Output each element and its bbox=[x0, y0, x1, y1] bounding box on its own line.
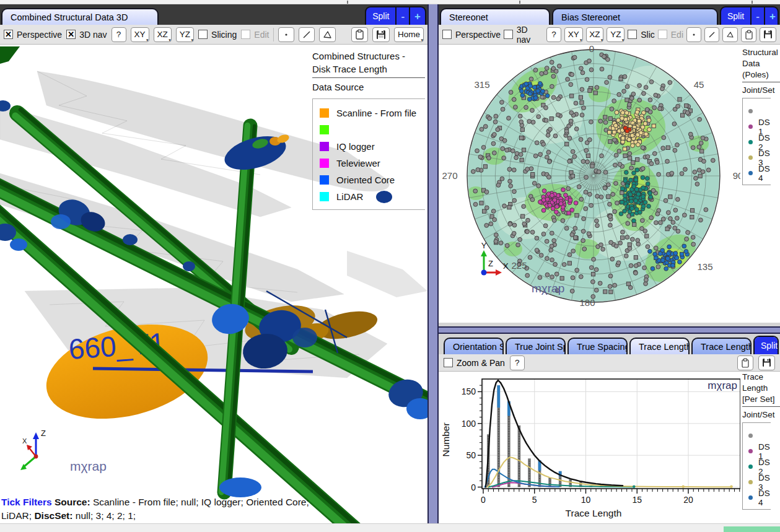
yz-view-button[interactable]: YZ▾ bbox=[607, 27, 624, 42]
legend-items: DS 1DS 2DS 3DS 4 bbox=[742, 422, 771, 510]
save-icon bbox=[762, 358, 771, 367]
maximize-panel-button[interactable]: + bbox=[765, 7, 779, 25]
tab-label: Bias Stereonet bbox=[561, 12, 620, 22]
legend-item[interactable]: Oriented Core bbox=[320, 172, 425, 188]
legend-item[interactable]: LiDAR bbox=[320, 188, 425, 205]
help-button[interactable]: ? bbox=[510, 355, 525, 370]
copy-to-clipboard-button[interactable] bbox=[737, 355, 753, 370]
split-button[interactable]: Split bbox=[755, 337, 779, 354]
legend-item[interactable]: DS 2 bbox=[748, 134, 771, 150]
slicing-checkbox[interactable]: Slic bbox=[628, 30, 655, 40]
legend-item[interactable]: DS 2 bbox=[748, 459, 771, 474]
dropdown-caret-icon: ▾ bbox=[169, 38, 171, 43]
save-icon bbox=[763, 30, 773, 39]
checkbox-box[interactable] bbox=[442, 30, 452, 39]
tab-bottom-1[interactable]: True Joint Sp bbox=[506, 338, 566, 354]
yz-view-button[interactable]: YZ▾ bbox=[176, 27, 194, 42]
legend-swatch bbox=[320, 125, 329, 134]
help-button[interactable]: ? bbox=[546, 27, 561, 42]
3d-nav-checkbox[interactable]: ✕ 3D nav bbox=[66, 30, 107, 40]
tab-bottom-3[interactable]: Trace Length bbox=[629, 338, 690, 354]
line-select-tool-button[interactable] bbox=[299, 27, 315, 42]
minimize-panel-button[interactable]: - bbox=[752, 7, 764, 25]
edit-checkbox: Edit bbox=[241, 30, 269, 40]
tab-bottom-4[interactable]: Trace Length bbox=[691, 338, 752, 354]
horizontal-panel-splitter[interactable] bbox=[439, 326, 780, 334]
tab-label: Stereonet bbox=[449, 12, 488, 22]
copy-to-clipboard-button[interactable] bbox=[351, 27, 368, 42]
minimize-panel-button[interactable]: - bbox=[397, 7, 409, 25]
legend-item[interactable]: IQ logger bbox=[320, 138, 425, 155]
svg-text:20: 20 bbox=[683, 495, 693, 505]
legend-item[interactable]: DS 4 bbox=[748, 490, 771, 505]
home-view-button[interactable]: Home▾ bbox=[394, 27, 424, 42]
legend-swatch bbox=[320, 142, 329, 151]
button-label: YZ bbox=[180, 30, 190, 39]
zoom-pan-checkbox[interactable]: Zoom & Pan bbox=[444, 358, 505, 368]
vertical-panel-splitter[interactable] bbox=[427, 4, 439, 523]
xy-view-button[interactable]: XY▾ bbox=[564, 27, 583, 42]
maximize-panel-button[interactable]: + bbox=[410, 7, 425, 25]
legend-item[interactable] bbox=[748, 428, 771, 443]
perspective-checkbox[interactable]: Perspective bbox=[442, 30, 501, 40]
legend-item[interactable]: DS 4 bbox=[748, 165, 771, 181]
legend-dot bbox=[748, 480, 753, 484]
left-tab-bar: Combined Structural Data 3D Split - + bbox=[0, 4, 427, 25]
tab-stereonet-1[interactable]: Bias Stereonet bbox=[552, 8, 718, 25]
stereonet-viewport[interactable]: 04590135180225270315YZXmχrap StructuralD… bbox=[439, 45, 780, 323]
3d-scene-viewport[interactable]: 660_T1 bbox=[0, 45, 427, 523]
save-button[interactable] bbox=[760, 27, 776, 42]
svg-text:mχrap: mχrap bbox=[532, 282, 564, 295]
polygon-select-tool-button[interactable] bbox=[319, 27, 336, 42]
split-button[interactable]: Split bbox=[366, 7, 395, 25]
checkbox-box[interactable]: ✕ bbox=[4, 30, 13, 39]
checkbox-label: Perspective bbox=[17, 30, 62, 40]
legend-item[interactable] bbox=[320, 121, 425, 138]
legend-item[interactable]: DS 3 bbox=[748, 474, 771, 490]
tab-bottom-2[interactable]: True Spacing bbox=[567, 338, 628, 354]
xz-view-button[interactable]: XZ▾ bbox=[586, 27, 604, 42]
checkbox-box[interactable] bbox=[628, 30, 637, 39]
svg-text:15: 15 bbox=[632, 495, 642, 505]
tab-label: Trace Length bbox=[701, 342, 752, 352]
help-button[interactable]: ? bbox=[112, 27, 126, 42]
xy-view-button[interactable]: XY▾ bbox=[131, 27, 149, 42]
point-select-tool-button[interactable] bbox=[686, 27, 701, 42]
legend-item[interactable]: DS 1 bbox=[748, 119, 771, 134]
legend-item[interactable]: DS 3 bbox=[748, 150, 771, 165]
line-select-tool-button[interactable] bbox=[704, 27, 719, 42]
checkbox-box[interactable]: ✕ bbox=[66, 30, 76, 39]
xz-view-button[interactable]: XZ▾ bbox=[154, 27, 172, 42]
legend-item[interactable]: Televiewer bbox=[320, 155, 425, 172]
point-select-tool-button[interactable] bbox=[278, 27, 294, 42]
trace-length-chart-viewport[interactable]: 05101520050100150Trace LengthNumbermχrap… bbox=[439, 372, 780, 523]
svg-text:50: 50 bbox=[466, 450, 476, 460]
tab-bottom-0[interactable]: Orientation S bbox=[444, 338, 504, 354]
copy-to-clipboard-button[interactable] bbox=[741, 27, 757, 42]
legend-item[interactable]: DS 1 bbox=[748, 443, 771, 459]
bottom-toolbar: Zoom & Pan ? bbox=[439, 354, 780, 372]
clipboard-icon bbox=[745, 30, 753, 40]
stereonet-legend: StructuralData(Poles) Joint/Set DS 1DS 2… bbox=[740, 47, 780, 323]
clipboard-icon bbox=[355, 29, 364, 40]
tab-stereonet-0[interactable]: Stereonet bbox=[440, 8, 550, 25]
svg-text:10: 10 bbox=[581, 495, 591, 505]
legend-title-line: [Per Set] bbox=[742, 394, 780, 405]
3d-nav-checkbox[interactable]: 3D nav bbox=[504, 25, 543, 45]
tab-combined-structural-data-3d[interactable]: Combined Structural Data 3D bbox=[1, 8, 159, 25]
split-button[interactable]: Split bbox=[721, 7, 750, 25]
save-button[interactable] bbox=[758, 355, 775, 370]
checkbox-box[interactable] bbox=[198, 30, 208, 39]
slicing-checkbox[interactable]: Slicing bbox=[198, 30, 237, 40]
polygon-select-tool-button[interactable] bbox=[722, 27, 738, 42]
y-axis-label: Number bbox=[440, 422, 451, 456]
legend-item[interactable] bbox=[748, 103, 771, 119]
checkbox-box[interactable] bbox=[444, 358, 453, 367]
legend-dot bbox=[748, 109, 753, 113]
application-window: Combined Structural Data 3D Split - + ✕ … bbox=[0, 0, 780, 532]
save-button[interactable] bbox=[372, 27, 390, 42]
perspective-checkbox[interactable]: ✕ Perspective bbox=[4, 30, 62, 40]
stereonet-tabs: StereonetBias Stereonet bbox=[440, 8, 720, 25]
checkbox-box[interactable] bbox=[504, 30, 513, 39]
legend-item[interactable]: Scanline - From file bbox=[320, 105, 425, 121]
